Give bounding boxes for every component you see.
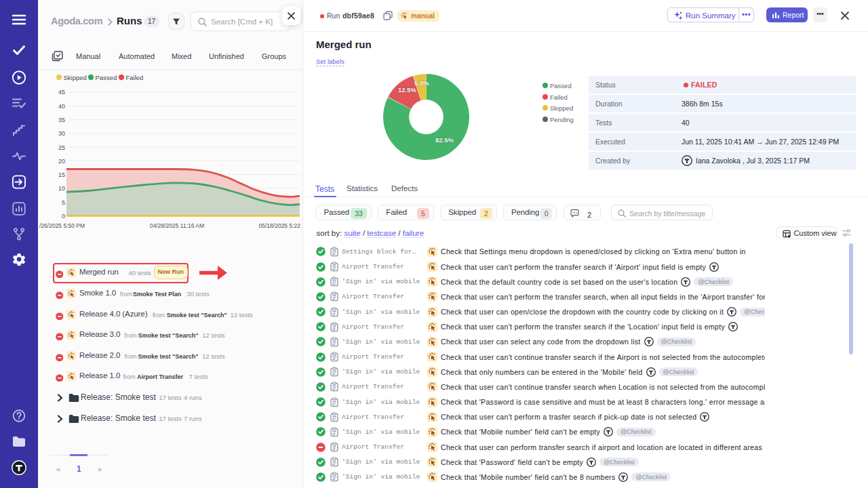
svg-text:30: 30: [58, 130, 65, 137]
svg-text:25: 25: [58, 144, 65, 151]
svg-text:Failed: Failed: [126, 74, 144, 81]
svg-text:04/28/2025 11:16 AM: 04/28/2025 11:16 AM: [150, 222, 204, 229]
svg-text:Skipped: Skipped: [64, 74, 87, 81]
svg-text:10: 10: [58, 185, 65, 192]
svg-text:40: 40: [58, 103, 65, 110]
svg-text:0: 0: [62, 213, 65, 220]
svg-text:05/18/2025 5:22: 05/18/2025 5:22: [259, 222, 301, 229]
svg-text:5: 5: [62, 199, 65, 206]
svg-text:45: 45: [58, 89, 65, 96]
svg-text:/26/2025 5:50 PM: /26/2025 5:50 PM: [39, 222, 85, 229]
svg-text:15: 15: [58, 171, 65, 178]
svg-text:35: 35: [58, 117, 65, 123]
svg-text:20: 20: [58, 158, 65, 165]
svg-text:Passed: Passed: [96, 74, 117, 81]
